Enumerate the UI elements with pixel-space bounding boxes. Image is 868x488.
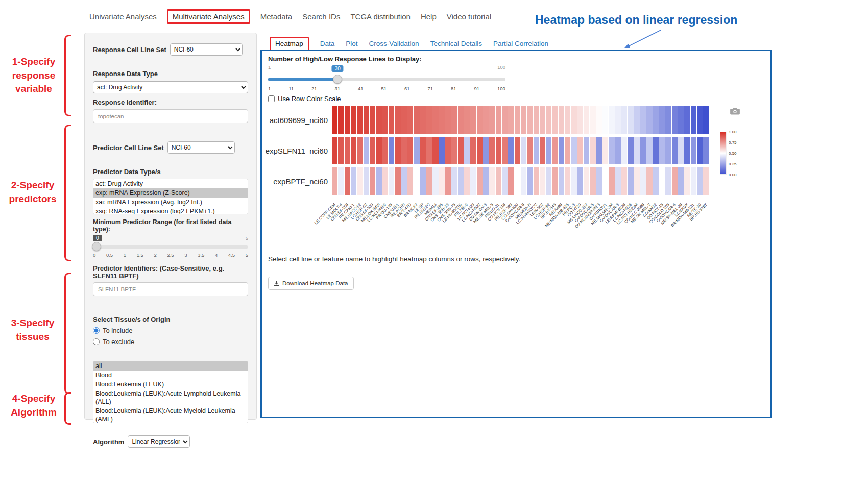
algorithm-label: Algorithm [93, 438, 124, 446]
step4-bracket [64, 392, 71, 425]
camera-download-plot-icon[interactable] [730, 107, 740, 115]
heatmap-cell [653, 106, 659, 134]
predictor-cell-line-set-select[interactable]: NCI-60 [167, 141, 235, 154]
row-color-scale-checkbox[interactable] [268, 95, 275, 102]
heatmap-cell [621, 137, 627, 164]
response-cell-line-set-select[interactable]: NCI-60 [170, 43, 243, 56]
heatmap-cell [521, 106, 526, 134]
predictor-data-types-listbox[interactable]: act: Drug Activityexp: mRNA Expression (… [93, 179, 248, 214]
heatmap-cell [432, 106, 438, 134]
tab-technical-details[interactable]: Technical Details [430, 40, 482, 47]
nav-item-univariate-analyses[interactable]: Univariate Analyses [89, 12, 157, 21]
range-tick-label: 1 [124, 252, 126, 258]
heatmap-cell [407, 106, 413, 134]
heatmap-cell [364, 137, 369, 164]
tissue-option[interactable]: Blood:Leukemia (LEUK) [93, 380, 248, 389]
min-predictor-range-value-badge: 0 [93, 235, 102, 241]
range-tick-label: 3.5 [198, 252, 204, 258]
highlow-tick-label: 81 [451, 86, 456, 91]
heatmap-cell [571, 167, 576, 195]
nav-item-multivariate-analyses[interactable]: Multivariate Analyses [167, 9, 250, 24]
page: Univariate AnalysesMultivariate Analyses… [0, 0, 868, 488]
heatmap-cell [590, 137, 595, 164]
heatmap-cell [515, 167, 520, 195]
predictor-data-type-option[interactable]: act: Drug Activity [93, 179, 248, 188]
heatmap-cell [546, 106, 551, 134]
min-predictor-range-track[interactable] [93, 245, 248, 249]
tab-data[interactable]: Data [320, 40, 335, 47]
predictor-data-type-option[interactable]: xai: mRNA Expression (Avg. log2 Int.) [93, 198, 248, 207]
tab-plot[interactable]: Plot [346, 40, 357, 47]
min-predictor-range-handle[interactable] [92, 242, 101, 251]
range-tick-label: 3 [184, 252, 187, 258]
heatmap-cell [602, 167, 608, 195]
tissue-exclude-radio[interactable] [93, 338, 100, 345]
heatmap-row-label[interactable]: expSLFN11_nci60 [262, 137, 330, 164]
min-predictor-range-max-label: 5 [246, 236, 248, 241]
download-heatmap-data-button[interactable]: Download Heatmap Data [268, 277, 354, 290]
heatmap-cell [426, 137, 432, 164]
heatmap-cell [628, 167, 633, 195]
nav-item-help[interactable]: Help [421, 12, 437, 21]
heatmap-cell [357, 106, 363, 134]
response-data-type-select[interactable]: act: Drug Activity [93, 81, 248, 93]
tissue-include-radio[interactable] [93, 327, 100, 334]
predictor-data-type-option[interactable]: xsq: RNA-seq Expression (log2 FPKM+1.) [93, 207, 248, 214]
heatmap-cell [672, 106, 678, 134]
heatmap-cell [571, 137, 576, 164]
heatmap-cell [559, 137, 564, 164]
heatmap-cell [602, 106, 608, 134]
heatmap-cell [609, 137, 614, 164]
tissue-option[interactable]: Blood [93, 371, 248, 380]
min-predictor-range-slider[interactable]: 0 5 00.511.522.533.544.55 [93, 235, 248, 259]
tissue-include-label[interactable]: To include [103, 327, 133, 334]
predictor-data-type-option[interactable]: exp: mRNA Expression (Z-Score) [93, 188, 248, 198]
heatmap-cell [534, 167, 539, 195]
predictor-identifiers-input[interactable] [93, 282, 248, 296]
tissue-option[interactable]: all [93, 361, 248, 371]
heatmap-cell [653, 137, 659, 164]
highlow-slider-handle[interactable] [333, 75, 342, 84]
heatmap-cell [407, 137, 413, 164]
heatmap-cell [534, 137, 539, 164]
download-icon [274, 281, 279, 286]
heatmap-cell [477, 106, 483, 134]
tab-partial-correlation[interactable]: Partial Correlation [493, 40, 548, 47]
heatmap-row-label[interactable]: expBPTF_nci60 [262, 167, 330, 195]
heatmap-row-label[interactable]: act609699_nci60 [262, 106, 330, 134]
tissue-option[interactable]: Blood:Leukemia (LEUK):Acute Myeloid Leuk… [93, 406, 248, 423]
range-tick-label: 1.5 [137, 252, 143, 258]
tab-cross-validation[interactable]: Cross-Validation [369, 40, 419, 47]
heatmap-cell [697, 137, 703, 164]
tissue-exclude-label[interactable]: To exclude [103, 338, 134, 346]
highlow-slider[interactable]: 1 100 30 1112131415161718191100 [268, 64, 505, 94]
nav-item-metadata[interactable]: Metadata [260, 12, 293, 21]
heatmap-cell [615, 106, 621, 134]
heatmap-cell [426, 106, 432, 134]
nav-item-video-tutorial[interactable]: Video tutorial [447, 12, 491, 21]
highlow-slider-min-label: 1 [268, 64, 271, 70]
range-tick-label: 4 [215, 252, 218, 258]
algorithm-select[interactable]: Linear Regression [128, 435, 190, 448]
heatmap-cell [451, 106, 457, 134]
heatmap-cell [659, 167, 665, 195]
tab-heatmap[interactable]: Heatmap [270, 37, 309, 51]
heatmap-cell [489, 137, 495, 164]
heatmap-cell [407, 167, 413, 195]
heatmap-cell [345, 137, 350, 164]
heatmap-cell [615, 167, 621, 195]
tissue-option[interactable]: Blood:Leukemia (LEUK):Acute Lymphoid Leu… [93, 389, 248, 406]
heatmap-cell [684, 106, 690, 134]
highlow-slider-track[interactable] [268, 78, 505, 81]
nav-item-tcga-distribution[interactable]: TCGA distribution [350, 12, 411, 21]
tissue-listbox[interactable]: allBloodBlood:Leukemia (LEUK)Blood:Leuke… [93, 361, 248, 423]
row-color-scale-label[interactable]: Use Row Color Scale [278, 95, 341, 103]
predictor-identifiers-label: Predictor Identifiers: (Case-Sensitive, … [93, 264, 248, 280]
heatmap-cell [389, 137, 394, 164]
heatmap-cell [577, 167, 583, 195]
nav-item-search-ids[interactable]: Search IDs [302, 12, 340, 21]
predictor-data-types-label: Predictor Data Type/s [93, 168, 248, 176]
response-identifier-input[interactable] [93, 109, 248, 123]
heatmap-cell [515, 137, 520, 164]
heatmap-cell [470, 106, 476, 134]
